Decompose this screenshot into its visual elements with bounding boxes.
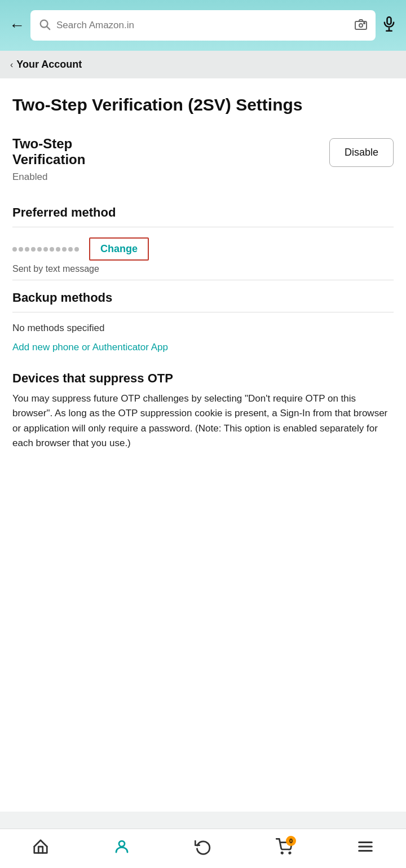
devices-section: Devices that suppress OTP You may suppre… <box>12 371 394 451</box>
divider-backup <box>12 312 394 312</box>
menu-icon <box>357 838 374 859</box>
back-button[interactable]: ← <box>9 16 25 34</box>
tsv-label: Two-StepVerification <box>12 136 85 169</box>
disable-button[interactable]: Disable <box>329 138 394 167</box>
svg-point-10 <box>289 852 291 854</box>
breadcrumb-chevron-icon: ‹ <box>10 60 13 70</box>
cart-icon: 0 <box>276 838 293 859</box>
devices-title: Devices that suppress OTP <box>12 371 394 386</box>
divider-preferred <box>12 227 394 227</box>
preferred-method-title: Preferred method <box>12 205 394 220</box>
change-preferred-button[interactable]: Change <box>89 237 149 261</box>
backup-methods-section: Backup methods No methods specified Add … <box>12 290 394 353</box>
phone-dot <box>19 247 23 252</box>
sent-by-text: Sent by text message <box>12 264 394 274</box>
phone-dot <box>50 247 54 252</box>
mic-button[interactable] <box>381 16 397 36</box>
search-bar[interactable] <box>30 10 376 41</box>
home-icon <box>32 838 49 859</box>
tsv-section: Two-StepVerification Enabled Disable <box>12 136 394 183</box>
preferred-method-row: Change <box>12 237 394 261</box>
breadcrumb-label: Your Account <box>16 59 82 71</box>
top-bar: ← <box>0 0 406 51</box>
returns-icon <box>195 838 211 859</box>
phone-dot <box>68 247 73 252</box>
nav-home[interactable] <box>23 834 58 863</box>
camera-icon[interactable] <box>354 17 368 34</box>
backup-methods-title: Backup methods <box>12 290 394 305</box>
phone-dot <box>62 247 67 252</box>
svg-rect-4 <box>364 23 365 24</box>
phone-dot <box>25 247 29 252</box>
search-icon <box>38 18 51 33</box>
main-content: Two-Step Verification (2SV) Settings Two… <box>0 78 406 812</box>
phone-dot <box>31 247 36 252</box>
add-backup-link[interactable]: Add new phone or Authenticator App <box>12 342 168 353</box>
search-input[interactable] <box>56 20 348 31</box>
cart-count: 0 <box>286 836 296 846</box>
nav-returns[interactable] <box>186 834 220 863</box>
nav-account[interactable] <box>104 834 139 863</box>
phone-masked <box>12 247 79 252</box>
bottom-nav: 0 <box>0 829 406 868</box>
phone-dot <box>12 247 17 252</box>
nav-menu[interactable] <box>348 834 383 863</box>
phone-dot <box>56 247 60 252</box>
svg-line-1 <box>47 27 50 29</box>
divider-after-preferred <box>12 280 394 280</box>
tsv-label-block: Two-StepVerification Enabled <box>12 136 85 183</box>
preferred-method-section: Preferred method Change Sent by text mes… <box>12 205 394 280</box>
no-methods-text: No methods specified <box>12 323 394 334</box>
devices-description: You may suppress future OTP challenges b… <box>12 391 394 451</box>
phone-dot <box>43 247 48 252</box>
nav-cart[interactable]: 0 <box>267 834 302 863</box>
phone-dot <box>37 247 42 252</box>
svg-rect-5 <box>387 17 391 24</box>
breadcrumb[interactable]: ‹ Your Account <box>0 51 406 78</box>
tsv-status: Enabled <box>12 171 85 183</box>
account-icon <box>113 838 130 859</box>
svg-point-9 <box>281 852 283 854</box>
phone-dot <box>74 247 79 252</box>
svg-point-8 <box>119 841 125 847</box>
page-title: Two-Step Verification (2SV) Settings <box>12 94 394 116</box>
svg-point-3 <box>359 24 363 27</box>
